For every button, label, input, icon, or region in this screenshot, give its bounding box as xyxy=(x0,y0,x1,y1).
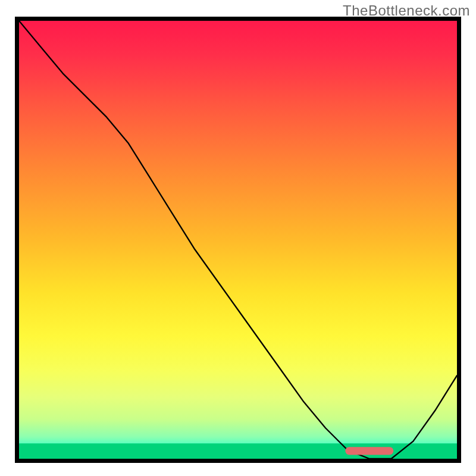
optimal-marker xyxy=(19,21,457,459)
plot-border xyxy=(15,17,461,463)
chart-frame: TheBottleneck.com xyxy=(0,0,476,476)
plot-area xyxy=(19,21,457,459)
svg-rect-2 xyxy=(345,447,393,455)
